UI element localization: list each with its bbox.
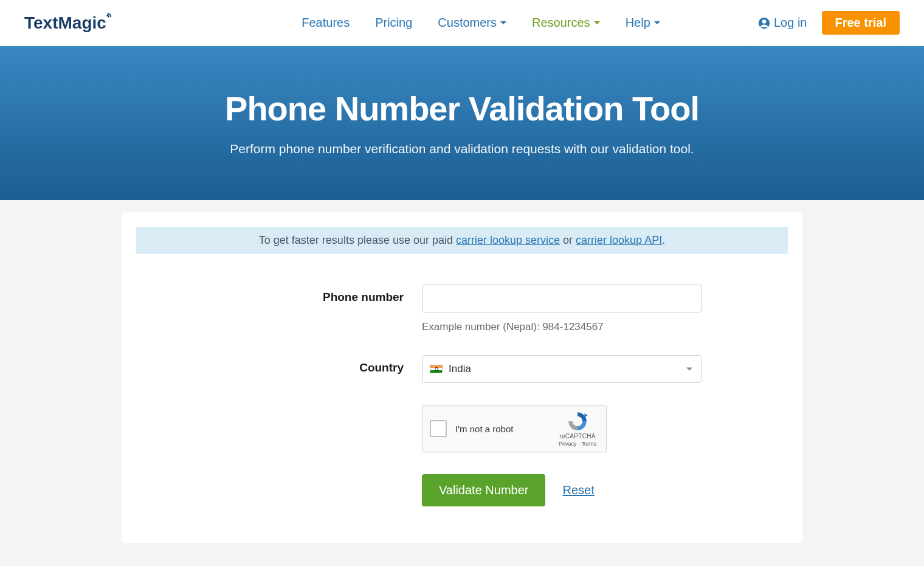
recaptcha-brand-name: reCAPTCHA	[556, 433, 599, 440]
hero: Phone Number Validation Tool Perform pho…	[0, 46, 924, 200]
nav-right: Log in Free trial	[758, 11, 900, 35]
nav-features[interactable]: Features	[302, 16, 350, 30]
nav-customers[interactable]: Customers	[438, 16, 506, 30]
svg-marker-3	[584, 413, 587, 418]
recaptcha-widget: I'm not a robot reCAPTCHA Privacy - Term…	[422, 405, 607, 452]
chevron-down-icon	[500, 21, 506, 24]
nav-resources[interactable]: Resources	[532, 16, 600, 30]
nav-pricing[interactable]: Pricing	[375, 16, 412, 30]
content-wrapper: To get faster results please use our pai…	[109, 212, 815, 543]
recaptcha-icon	[567, 410, 588, 432]
country-value: India	[449, 363, 471, 375]
info-prefix: To get faster results please use our pai…	[259, 234, 456, 246]
phone-label: Phone number	[136, 285, 422, 304]
phone-hint: Example number (Nepal): 984-1234567	[422, 321, 702, 333]
country-control-wrap: India	[422, 355, 702, 383]
form-card: To get faster results please use our pai…	[122, 212, 802, 543]
chevron-down-icon	[654, 21, 660, 24]
recaptcha-brand: reCAPTCHA Privacy - Terms	[556, 410, 599, 447]
login-link[interactable]: Log in	[758, 16, 807, 30]
country-label: Country	[136, 355, 422, 374]
validate-button[interactable]: Validate Number	[422, 474, 545, 506]
phone-input[interactable]	[422, 285, 702, 312]
nav-menu: Features Pricing Customers Resources Hel…	[302, 16, 660, 30]
nav-help-label: Help	[626, 16, 650, 30]
svg-text:TextMagic: TextMagic	[24, 13, 106, 32]
country-row: Country India	[136, 355, 788, 383]
chevron-down-icon	[686, 368, 692, 371]
flag-india-icon	[430, 365, 443, 373]
phone-control-wrap: Example number (Nepal): 984-1234567	[422, 285, 702, 333]
spacer	[136, 405, 422, 452]
reset-link[interactable]: Reset	[562, 483, 594, 497]
nav-help[interactable]: Help	[626, 16, 660, 30]
recaptcha-row: I'm not a robot reCAPTCHA Privacy - Term…	[136, 405, 788, 452]
page-title: Phone Number Validation Tool	[12, 89, 912, 128]
nav-resources-label: Resources	[532, 16, 590, 30]
top-nav: TextMagic Features Pricing Customers Res…	[0, 0, 924, 46]
page-subtitle: Perform phone number verification and va…	[12, 142, 912, 156]
carrier-lookup-api-link[interactable]: carrier lookup API	[576, 234, 662, 246]
brand-logo[interactable]: TextMagic	[24, 13, 119, 33]
recaptcha-checkbox[interactable]	[430, 420, 447, 437]
nav-customers-label: Customers	[438, 16, 497, 30]
info-middle: or	[560, 234, 576, 246]
free-trial-button[interactable]: Free trial	[822, 11, 900, 35]
textmagic-logo-icon: TextMagic	[24, 13, 119, 33]
user-icon	[758, 17, 770, 29]
svg-point-2	[762, 19, 767, 24]
chevron-down-icon	[594, 21, 600, 24]
info-banner: To get faster results please use our pai…	[136, 227, 788, 254]
recaptcha-privacy-terms[interactable]: Privacy - Terms	[556, 441, 599, 447]
info-suffix: .	[662, 234, 665, 246]
login-label: Log in	[774, 16, 807, 30]
phone-row: Phone number Example number (Nepal): 984…	[136, 285, 788, 333]
country-select[interactable]: India	[422, 355, 702, 383]
recaptcha-label: I'm not a robot	[455, 424, 513, 434]
buttons-row: Validate Number Reset	[136, 474, 788, 506]
carrier-lookup-service-link[interactable]: carrier lookup service	[456, 234, 560, 246]
